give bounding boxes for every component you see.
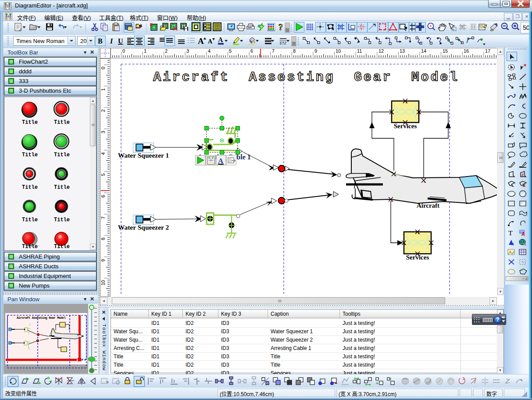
svg-text:14: 14 — [421, 48, 426, 54]
svg-text:Title: Title — [22, 152, 38, 158]
svg-text:4: 4 — [208, 48, 211, 54]
svg-text:I: I — [110, 37, 113, 45]
svg-text:Aircraft Assesting Gear Mod: Aircraft Assesting Gear Model — [153, 70, 459, 85]
svg-text:Title: Title — [54, 184, 70, 191]
svg-text:2: 2 — [523, 183, 525, 187]
svg-text:Title: Title — [54, 119, 70, 126]
svg-text:1: 1 — [144, 48, 146, 54]
svg-text:9: 9 — [100, 259, 106, 262]
svg-text:Title: Title — [54, 244, 70, 250]
svg-text:6: 6 — [250, 48, 253, 54]
svg-text:Aircraft Assesting Gear Model: Aircraft Assesting Gear Model — [17, 316, 66, 320]
svg-text:2: 2 — [165, 48, 168, 54]
svg-text:A: A — [521, 231, 525, 237]
svg-text:12: 12 — [378, 48, 384, 54]
svg-text:0: 0 — [122, 48, 125, 54]
svg-text:?: ? — [278, 22, 283, 32]
svg-text:Services: Services — [394, 123, 417, 130]
svg-text:Title: Title — [22, 217, 38, 223]
svg-text:5: 5 — [100, 173, 106, 176]
svg-text:Aircraft: Aircraft — [417, 202, 439, 209]
svg-text:3: 3 — [100, 131, 106, 133]
svg-text:13: 13 — [400, 48, 405, 54]
svg-text:3: 3 — [186, 48, 189, 54]
svg-text:16: 16 — [464, 48, 469, 54]
svg-text:8: 8 — [293, 48, 296, 54]
svg-text:A: A — [208, 38, 213, 45]
svg-text:6: 6 — [100, 195, 106, 198]
svg-text:1: 1 — [100, 88, 106, 91]
svg-text:15: 15 — [443, 48, 448, 54]
svg-text:10: 10 — [336, 48, 341, 54]
svg-text:B: B — [98, 37, 103, 45]
svg-text:2: 2 — [521, 173, 524, 177]
svg-text:5: 5 — [229, 48, 232, 54]
svg-text:7: 7 — [100, 216, 106, 219]
svg-text:U: U — [118, 37, 123, 45]
svg-text:Title: Title — [22, 119, 38, 126]
svg-text:A: A — [218, 36, 223, 43]
svg-text:Services: Services — [406, 254, 429, 261]
svg-text:8: 8 — [100, 238, 106, 240]
svg-text:4: 4 — [100, 152, 106, 155]
svg-text:Water Squeezer 2: Water Squeezer 2 — [118, 223, 169, 231]
svg-text:A: A — [198, 36, 204, 46]
svg-text:T: T — [508, 229, 513, 236]
svg-text:4: 4 — [511, 241, 514, 246]
svg-text:7: 7 — [272, 48, 275, 54]
svg-text:11: 11 — [357, 48, 362, 54]
svg-text:Title: Title — [22, 184, 38, 191]
svg-text:9: 9 — [314, 48, 317, 54]
svg-text:Title: Title — [22, 244, 38, 250]
svg-text:Water Squeezer 1: Water Squeezer 1 — [118, 151, 169, 159]
svg-text:17: 17 — [485, 48, 490, 54]
svg-text:Title: Title — [54, 217, 70, 223]
svg-text:0: 0 — [100, 67, 106, 69]
svg-text:Title: Title — [54, 152, 70, 158]
svg-text:10: 10 — [100, 280, 106, 285]
svg-text:2: 2 — [100, 109, 106, 112]
